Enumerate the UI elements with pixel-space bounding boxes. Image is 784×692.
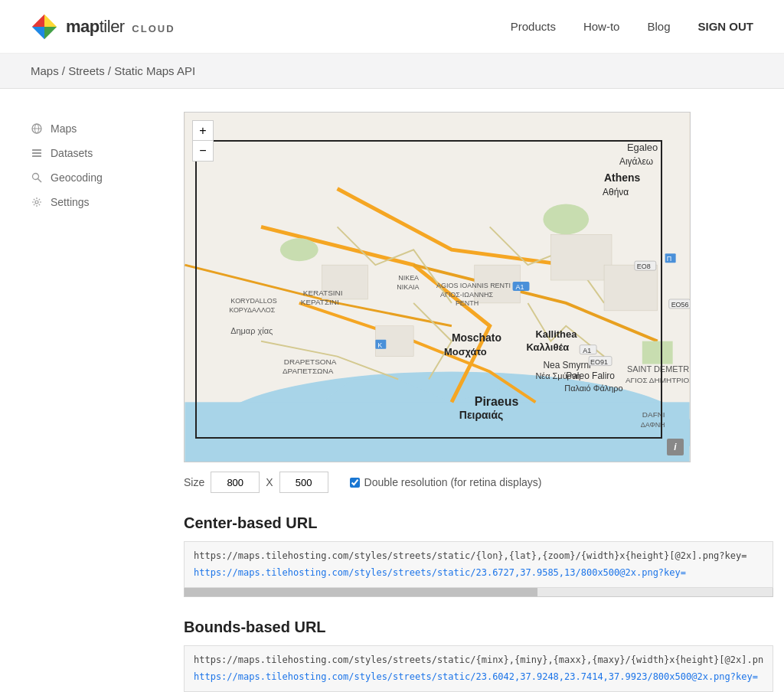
- sidebar-label-maps: Maps: [51, 122, 77, 135]
- svg-text:Αθήνα: Αθήνα: [603, 187, 629, 197]
- header: maptiler CLOUD Products How-to Blog SIGN…: [0, 0, 784, 54]
- center-url-scrollbar-thumb: [185, 588, 537, 596]
- sidebar-label-datasets: Datasets: [51, 147, 93, 159]
- nav-signout[interactable]: SIGN OUT: [697, 20, 753, 33]
- svg-text:ΔΑΦΝΗ: ΔΑΦΝΗ: [641, 421, 665, 429]
- resolution-check: Double resolution (for retina displays): [350, 476, 542, 488]
- sidebar-item-geocoding[interactable]: Geocoding: [31, 165, 184, 190]
- svg-point-24: [280, 238, 318, 261]
- nav-products[interactable]: Products: [511, 20, 556, 33]
- size-width-input[interactable]: [211, 472, 260, 493]
- breadcrumb: Maps / Streets / Static Maps API: [31, 64, 195, 77]
- svg-rect-10: [32, 155, 41, 157]
- svg-text:AGIOS IOANNIS RENTI: AGIOS IOANNIS RENTI: [436, 282, 511, 289]
- svg-text:KERATSINI: KERATSINI: [303, 289, 343, 297]
- bounds-url-section: Bounds-based URL https://maps.tilehostin…: [184, 619, 773, 692]
- sidebar: Maps Datasets Geocoding: [31, 112, 184, 692]
- center-url-actual[interactable]: https://maps.tilehosting.com/styles/stre…: [194, 565, 763, 582]
- map-zoom-controls: + −: [192, 120, 214, 162]
- svg-text:ΡΕΝΤΗ: ΡΕΝΤΗ: [456, 299, 479, 307]
- nav-howto[interactable]: How-to: [583, 20, 620, 33]
- svg-text:Moschato: Moschato: [452, 331, 501, 344]
- svg-text:Δημαρ χίας: Δημαρ χίας: [230, 326, 273, 335]
- svg-text:EO56: EO56: [671, 301, 689, 308]
- gear-icon: [31, 196, 43, 208]
- svg-marker-3: [32, 27, 44, 39]
- sidebar-label-geocoding: Geocoding: [51, 171, 103, 184]
- logo-text: maptiler CLOUD: [66, 17, 175, 37]
- svg-text:A1: A1: [516, 283, 524, 291]
- logo-icon: [31, 13, 58, 41]
- svg-text:Nea Smyrni: Nea Smyrni: [543, 360, 590, 370]
- map-info-button[interactable]: i: [667, 439, 684, 455]
- svg-text:Kallithea: Kallithea: [535, 328, 577, 340]
- main-layout: Maps Datasets Geocoding: [0, 89, 784, 692]
- svg-text:Μοσχάτο: Μοσχάτο: [444, 346, 487, 357]
- svg-point-13: [35, 201, 38, 204]
- svg-text:Π: Π: [667, 255, 671, 263]
- list-icon: [31, 147, 43, 159]
- content-area: Athens Αθήνα Egaleo Αιγάλεω Piraeus Πειρ…: [184, 112, 773, 692]
- svg-text:ΔΡΑΠΕΤΣΩΝΑ: ΔΡΑΠΕΤΣΩΝΑ: [283, 367, 334, 375]
- center-url-scrollbar[interactable]: [184, 588, 773, 597]
- svg-rect-18: [550, 234, 612, 280]
- sidebar-item-maps[interactable]: Maps: [31, 116, 184, 141]
- retina-label: Double resolution (for retina displays): [364, 476, 542, 488]
- svg-text:DAFNI: DAFNI: [642, 410, 665, 419]
- svg-rect-25: [642, 341, 673, 364]
- main-nav: Products How-to Blog SIGN OUT: [511, 20, 753, 33]
- center-url-title: Center-based URL: [184, 514, 773, 532]
- svg-text:Καλλιθέα: Καλλιθέα: [526, 341, 569, 353]
- svg-text:Πειραιάς: Πειραιάς: [459, 409, 503, 421]
- size-label: Size: [184, 476, 204, 488]
- sidebar-item-settings[interactable]: Settings: [31, 190, 184, 214]
- size-x-label: X: [266, 476, 273, 488]
- svg-rect-9: [32, 152, 41, 154]
- size-controls: Size X Double resolution (for retina dis…: [184, 472, 773, 493]
- bounds-url-title: Bounds-based URL: [184, 619, 773, 636]
- bounds-url-template: https://maps.tilehosting.com/styles/stre…: [194, 652, 763, 669]
- svg-text:ΑΓΙΟΣ-ΙΩΑΝΝΗΣ: ΑΓΙΟΣ-ΙΩΑΝΝΗΣ: [440, 291, 493, 299]
- nav-blog[interactable]: Blog: [647, 20, 670, 33]
- svg-rect-17: [185, 402, 689, 462]
- svg-text:A1: A1: [583, 347, 591, 354]
- size-height-input[interactable]: [279, 472, 328, 493]
- svg-marker-1: [32, 14, 44, 26]
- svg-text:EO8: EO8: [637, 263, 651, 270]
- center-url-box: https://maps.tilehosting.com/styles/stre…: [184, 541, 773, 588]
- sidebar-item-datasets[interactable]: Datasets: [31, 141, 184, 165]
- sidebar-label-settings: Settings: [51, 196, 90, 208]
- svg-text:SAINT DEMETRIOS: SAINT DEMETRIOS: [627, 364, 690, 374]
- svg-point-11: [33, 174, 39, 180]
- zoom-out-button[interactable]: −: [193, 141, 213, 161]
- map-container: Athens Αθήνα Egaleo Αιγάλεω Piraeus Πειρ…: [184, 112, 691, 462]
- globe-icon: [31, 122, 43, 135]
- svg-marker-4: [44, 27, 57, 39]
- svg-text:ΑΓΙΟΣ ΔΗΜΗΤΡΙΟΣ: ΑΓΙΟΣ ΔΗΜΗΤΡΙΟΣ: [626, 376, 690, 384]
- bounds-url-box: https://maps.tilehosting.com/styles/stre…: [184, 645, 773, 692]
- svg-text:ΝΙΚΑΙΑ: ΝΙΚΑΙΑ: [397, 283, 419, 291]
- svg-text:Παλαιό Φάληρο: Παλαιό Φάληρο: [564, 384, 622, 393]
- svg-text:Egaleo: Egaleo: [627, 142, 658, 153]
- svg-text:DRAPETSONA: DRAPETSONA: [284, 357, 337, 366]
- svg-text:EO91: EO91: [590, 358, 608, 366]
- svg-text:Νέα Σμύρνη: Νέα Σμύρνη: [535, 371, 580, 380]
- svg-rect-8: [32, 149, 41, 151]
- bounds-url-actual[interactable]: https://maps.tilehosting.com/styles/stre…: [194, 669, 763, 686]
- zoom-in-button[interactable]: +: [193, 121, 213, 141]
- svg-line-12: [38, 179, 42, 183]
- svg-text:Piraeus: Piraeus: [475, 395, 519, 408]
- breadcrumb-bar: Maps / Streets / Static Maps API: [0, 54, 784, 89]
- svg-text:NIKEA: NIKEA: [398, 274, 419, 282]
- map-image: Athens Αθήνα Egaleo Αιγάλεω Piraeus Πειρ…: [185, 113, 690, 462]
- svg-text:ΚΕΡΑΤΣΙΝΙ: ΚΕΡΑΤΣΙΝΙ: [301, 298, 339, 306]
- svg-text:Αιγάλεω: Αιγάλεω: [619, 156, 653, 167]
- center-url-template: https://maps.tilehosting.com/styles/stre…: [194, 548, 763, 565]
- svg-point-23: [543, 204, 589, 234]
- svg-text:Athens: Athens: [604, 171, 640, 184]
- logo-area: maptiler CLOUD: [31, 13, 175, 41]
- svg-text:KORYDALLOS: KORYDALLOS: [230, 297, 277, 305]
- search-icon: [31, 171, 43, 184]
- retina-checkbox[interactable]: [350, 478, 360, 488]
- center-url-section: Center-based URL https://maps.tilehostin…: [184, 514, 773, 597]
